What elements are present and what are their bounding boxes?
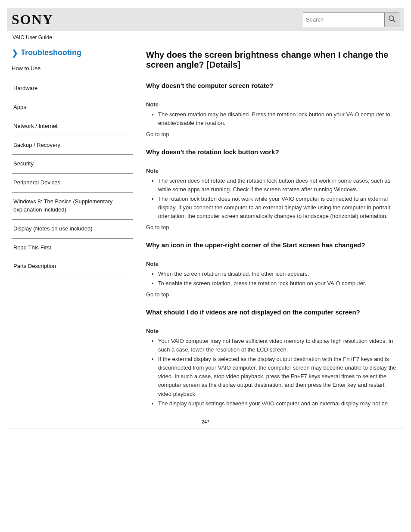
go-to-top-link[interactable]: Go to top [146,223,399,232]
note-list: Your VAIO computer may not have sufficie… [146,337,399,408]
sidebar-item-security[interactable]: Security [12,155,133,174]
note-item: Your VAIO computer may not have sufficie… [158,337,399,354]
sidebar-item-parts-description[interactable]: Parts Description [12,257,133,276]
note-item: The screen rotation may be disabled. Pre… [158,110,399,128]
header-bar: SONY [7,8,404,31]
chevron-right-icon: ❯ [12,49,18,57]
sidebar-item-network-internet[interactable]: Network / Internet [12,117,133,136]
note-label: Note [146,168,399,174]
faq-heading: Why an icon in the upper-right corner of… [146,241,399,249]
note-item: The display output settings between your… [158,399,399,408]
search-icon [388,15,396,25]
search-wrap [303,12,399,27]
search-input[interactable] [303,12,385,27]
note-item: To enable the screen rotation, press the… [158,279,399,288]
how-to-use-link[interactable]: How to Use [12,65,133,72]
faq-heading: What should I do if videos are not displ… [146,308,399,316]
section-title: ❯ Troubleshooting [12,48,133,57]
faq-heading: Why doesn't the rotation lock button wor… [146,148,399,156]
brand-logo: SONY [12,12,53,28]
faq-heading: Why doesn't the computer screen rotate? [146,82,399,89]
sidebar-item-read-this-first[interactable]: Read This First [12,239,133,258]
page-number: 247 [7,419,404,424]
section-title-text: Troubleshooting [21,48,81,57]
search-button[interactable] [385,12,399,27]
note-label: Note [146,261,399,267]
note-label: Note [146,328,399,334]
sidebar: ❯ Troubleshooting How to Use Hardware Ap… [12,48,133,409]
note-label: Note [146,101,399,108]
svg-point-0 [389,16,393,21]
sidebar-item-windows8-basics[interactable]: Windows 8: The Basics (Supplementary exp… [12,193,133,220]
note-list: The screen rotation may be disabled. Pre… [146,110,399,128]
sidebar-item-display[interactable]: Display (Notes on use included) [12,220,133,239]
note-item: The rotation lock button does not work w… [158,195,399,221]
main-content: Why does the screen brightness change wh… [133,48,399,409]
product-line: VAIO User Guide [7,31,404,48]
sidebar-item-hardware[interactable]: Hardware [12,79,133,98]
sidebar-item-apps[interactable]: Apps [12,98,133,117]
page-title: Why does the screen brightness change wh… [146,50,399,70]
sidebar-item-peripheral-devices[interactable]: Peripheral Devices [12,174,133,193]
go-to-top-link[interactable]: Go to top [146,290,399,299]
note-list: When the screen rotation is disabled, th… [146,270,399,288]
go-to-top-link[interactable]: Go to top [146,130,399,139]
note-item: If the external display is selected as t… [158,355,399,398]
note-item: The screen does not rotate and the rotat… [158,177,399,194]
note-list: The screen does not rotate and the rotat… [146,177,399,221]
sidebar-item-backup-recovery[interactable]: Backup / Recovery [12,136,133,155]
svg-line-1 [393,20,395,22]
note-item: When the screen rotation is disabled, th… [158,270,399,278]
